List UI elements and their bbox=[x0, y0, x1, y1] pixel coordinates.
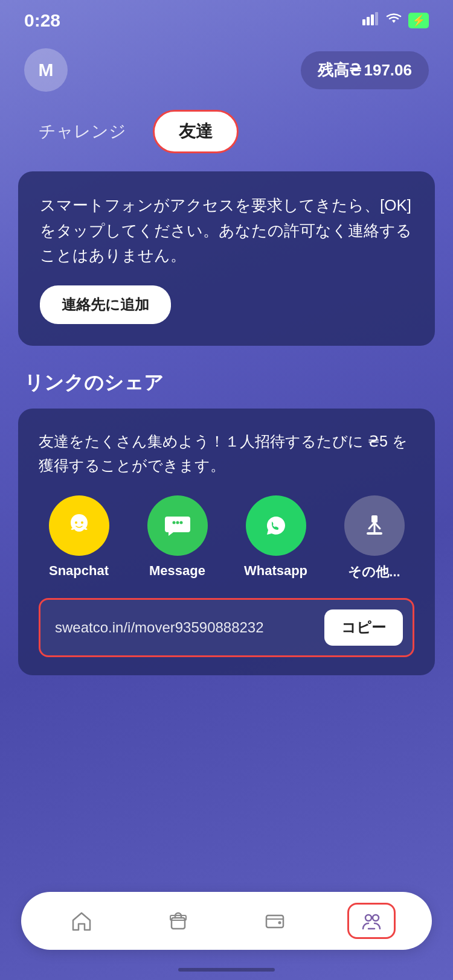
tab-challenge[interactable]: チャレンジ bbox=[24, 112, 141, 151]
other-share-button[interactable]: その他... bbox=[334, 495, 414, 581]
svg-point-6 bbox=[172, 521, 175, 524]
home-indicator bbox=[178, 968, 275, 972]
message-icon-circle bbox=[147, 495, 208, 556]
signal-icon bbox=[362, 12, 379, 29]
svg-point-7 bbox=[176, 521, 179, 524]
svg-rect-3 bbox=[375, 12, 378, 25]
share-buttons-row: Snapchat Message bbox=[39, 495, 414, 581]
svg-rect-14 bbox=[266, 915, 283, 928]
svg-rect-2 bbox=[371, 14, 374, 25]
nav-home[interactable] bbox=[57, 903, 106, 939]
balance-badge: 残高₴197.06 bbox=[301, 51, 429, 89]
top-row: M 残高₴197.06 bbox=[0, 42, 453, 98]
tab-friends[interactable]: 友達 bbox=[153, 110, 239, 153]
svg-rect-1 bbox=[367, 17, 370, 25]
svg-point-17 bbox=[373, 915, 379, 921]
share-section-title: リンクのシェア bbox=[0, 358, 453, 402]
svg-rect-0 bbox=[362, 19, 365, 25]
avatar[interactable]: M bbox=[24, 48, 68, 92]
svg-point-4 bbox=[75, 521, 77, 524]
balance-value: 197.06 bbox=[364, 61, 412, 80]
tabs-row: チャレンジ 友達 bbox=[0, 104, 453, 159]
svg-point-8 bbox=[179, 521, 182, 524]
message-share-button[interactable]: Message bbox=[137, 495, 217, 579]
svg-rect-10 bbox=[371, 515, 378, 523]
bottom-nav bbox=[21, 892, 432, 950]
whatsapp-share-button[interactable]: Whatsapp bbox=[236, 495, 316, 579]
battery-icon: ⚡ bbox=[408, 13, 429, 28]
balance-prefix: 残高₴ bbox=[318, 60, 361, 81]
share-description: 友達をたくさん集めよう！１人招待するたびに ₴5 を獲得することができます。 bbox=[39, 429, 414, 477]
other-icon-circle bbox=[344, 495, 405, 556]
status-time: 0:28 bbox=[24, 10, 60, 31]
message-label: Message bbox=[149, 563, 205, 579]
snapchat-label: Snapchat bbox=[49, 563, 109, 579]
info-card: スマートフォンがアクセスを要求してきたら、[OK] をタップしてください。あなた… bbox=[18, 171, 435, 346]
nav-wallet[interactable] bbox=[251, 903, 299, 939]
snapchat-icon-circle bbox=[49, 495, 109, 556]
nav-shop[interactable] bbox=[154, 903, 202, 939]
contact-add-button[interactable]: 連絡先に追加 bbox=[40, 285, 171, 324]
nav-friends[interactable] bbox=[347, 903, 396, 939]
svg-point-5 bbox=[81, 521, 83, 524]
referral-link: sweatco.in/i/mover93590888232 bbox=[55, 619, 316, 636]
svg-rect-12 bbox=[172, 918, 185, 929]
share-card: 友達をたくさん集めよう！１人招待するたびに ₴5 を獲得することができます。 S… bbox=[18, 409, 435, 675]
snapchat-share-button[interactable]: Snapchat bbox=[39, 495, 119, 579]
other-label: その他... bbox=[348, 563, 400, 581]
svg-point-16 bbox=[365, 915, 371, 921]
whatsapp-label: Whatsapp bbox=[244, 563, 307, 579]
status-bar: 0:28 ⚡ bbox=[0, 0, 453, 36]
svg-rect-11 bbox=[367, 532, 382, 535]
info-card-text: スマートフォンがアクセスを要求してきたら、[OK] をタップしてください。あなた… bbox=[40, 193, 413, 269]
whatsapp-icon-circle bbox=[246, 495, 306, 556]
copy-button[interactable]: コピー bbox=[324, 609, 403, 646]
svg-point-15 bbox=[278, 921, 281, 924]
link-row: sweatco.in/i/mover93590888232 コピー bbox=[39, 598, 414, 657]
wifi-icon bbox=[385, 12, 402, 29]
status-icons: ⚡ bbox=[362, 12, 429, 29]
